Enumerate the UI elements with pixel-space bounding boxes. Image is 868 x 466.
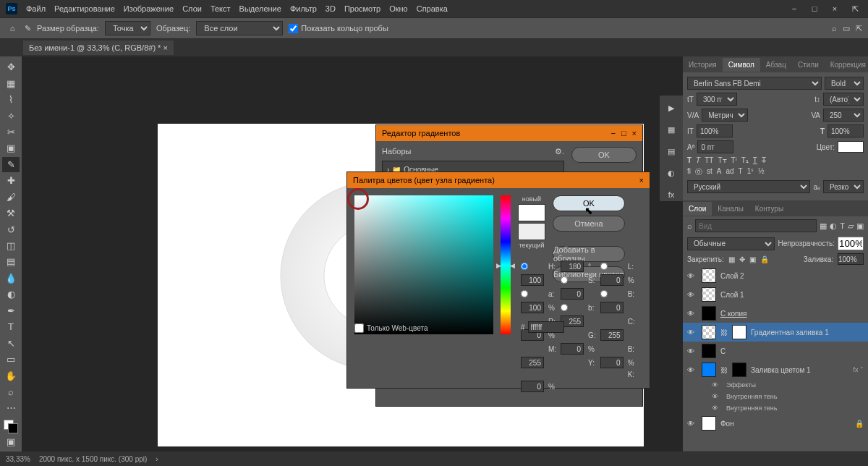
- tab-channels[interactable]: Каналы: [712, 202, 749, 216]
- r-input[interactable]: [561, 315, 584, 327]
- h-input[interactable]: [561, 260, 584, 272]
- visibility-icon[interactable]: 👁: [687, 347, 697, 355]
- menu-select[interactable]: Выделение: [239, 4, 281, 13]
- window-maximize[interactable]: □: [807, 4, 822, 14]
- brush-tool[interactable]: 🖌: [2, 190, 20, 205]
- visibility-icon[interactable]: 👁: [687, 291, 697, 299]
- antialias-dropdown[interactable]: Резкое: [823, 180, 864, 193]
- visibility-icon[interactable]: 👁: [687, 366, 697, 374]
- font-family-dropdown[interactable]: Berlin Sans FB Demi: [687, 77, 822, 90]
- menu-image[interactable]: Изображение: [124, 4, 174, 13]
- lock-artboard-icon[interactable]: ▣: [749, 255, 756, 263]
- layer-row[interactable]: 👁Слой 2: [683, 266, 868, 285]
- lab-b-input[interactable]: [600, 302, 624, 313]
- strike-toggle[interactable]: T: [762, 156, 766, 164]
- hue-slider[interactable]: ▶◀: [501, 195, 511, 334]
- filter-pixel-icon[interactable]: ▦: [820, 221, 827, 231]
- visibility-icon[interactable]: 👁: [687, 420, 697, 428]
- share-icon[interactable]: ⇱: [848, 4, 862, 14]
- menu-window[interactable]: Окно: [389, 4, 408, 13]
- s-radio[interactable]: [561, 276, 568, 284]
- layer-row[interactable]: 👁⛓Градиентная заливка 1: [683, 323, 868, 342]
- bold-toggle[interactable]: T: [687, 156, 692, 164]
- lang-dropdown[interactable]: Русский: [687, 180, 810, 193]
- bb-input[interactable]: [521, 357, 544, 368]
- menu-text[interactable]: Текст: [210, 4, 231, 13]
- visibility-icon[interactable]: 👁: [687, 310, 697, 318]
- smallcaps-toggle[interactable]: Tᴛ: [718, 156, 726, 164]
- hex-input[interactable]: [528, 321, 564, 333]
- color-panel-icon[interactable]: ▦: [665, 123, 678, 136]
- blur-tool[interactable]: 💧: [2, 271, 20, 286]
- status-chevron-icon[interactable]: ›: [156, 455, 158, 463]
- swatch-panel-icon[interactable]: ▤: [665, 145, 678, 158]
- l-radio[interactable]: [600, 263, 608, 270]
- kerning[interactable]: Метрически: [702, 109, 748, 122]
- layer-row[interactable]: 👁С копия: [683, 304, 868, 323]
- show-ring-checkbox[interactable]: Показать кольцо пробы: [289, 24, 388, 33]
- subscript-toggle[interactable]: T₁: [741, 156, 749, 164]
- fill-input[interactable]: [838, 253, 864, 265]
- opacity-input[interactable]: [838, 237, 864, 250]
- color-cancel-button[interactable]: Отмена: [553, 216, 625, 232]
- window-minimize[interactable]: −: [787, 4, 801, 14]
- layer-row[interactable]: 👁Фон🔒: [683, 414, 868, 433]
- fx-header[interactable]: 👁Эффекты: [683, 379, 868, 391]
- sample-size-dropdown[interactable]: Точка: [105, 21, 150, 35]
- l-input[interactable]: [521, 274, 544, 286]
- tab-adjustments[interactable]: Коррекция: [825, 58, 868, 72]
- layer-row[interactable]: 👁⛓Заливка цветом 1fx ˅: [683, 360, 868, 379]
- tab-character[interactable]: Символ: [723, 58, 760, 72]
- marquee-tool[interactable]: ▦: [2, 75, 20, 90]
- styles-panel-icon[interactable]: fx: [665, 188, 678, 201]
- history-brush-tool[interactable]: ↺: [2, 221, 20, 237]
- superscript-toggle[interactable]: Tⁱ: [731, 156, 737, 164]
- filter-type-icon[interactable]: T: [840, 221, 845, 231]
- sample-layers-dropdown[interactable]: Все слои: [196, 21, 283, 35]
- bval-input[interactable]: [521, 302, 544, 313]
- h-radio[interactable]: [521, 263, 528, 270]
- pen-tool[interactable]: ✒: [2, 303, 20, 318]
- type-tool[interactable]: T: [2, 319, 20, 334]
- lock-position-icon[interactable]: ✥: [739, 255, 745, 263]
- eraser-tool[interactable]: ◫: [2, 238, 20, 253]
- tab-history[interactable]: История: [683, 58, 723, 72]
- frame-tool[interactable]: ▣: [2, 140, 20, 156]
- s-input[interactable]: [600, 274, 624, 286]
- menu-3d[interactable]: 3D: [326, 4, 336, 13]
- menu-help[interactable]: Справка: [417, 4, 448, 13]
- layer-row[interactable]: 👁C: [683, 342, 868, 360]
- quick-mask[interactable]: ▣: [2, 434, 20, 449]
- vscale[interactable]: [697, 124, 733, 137]
- allcaps-toggle[interactable]: TT: [705, 156, 713, 164]
- filter-smart-icon[interactable]: ▣: [856, 221, 864, 231]
- color-picker-close[interactable]: ×: [639, 176, 644, 185]
- move-tool[interactable]: ✥: [2, 59, 20, 75]
- workspace-icon[interactable]: ▭: [843, 24, 850, 33]
- shape-tool[interactable]: ▭: [2, 352, 20, 367]
- heal-tool[interactable]: ✚: [2, 173, 20, 188]
- dodge-tool[interactable]: ◐: [2, 287, 20, 302]
- wand-tool[interactable]: ✧: [2, 108, 20, 123]
- g-input[interactable]: [600, 329, 624, 341]
- search-icon[interactable]: ⌕: [832, 24, 837, 33]
- fx-item[interactable]: 👁Внутренняя тень: [683, 402, 868, 414]
- menu-view[interactable]: Просмотр: [344, 4, 380, 13]
- color-field[interactable]: [354, 195, 493, 334]
- edit-toolbar[interactable]: ⋯: [2, 400, 20, 415]
- fx-badge[interactable]: fx ˅: [853, 366, 864, 373]
- b-radio[interactable]: [600, 290, 608, 297]
- lab-b-radio[interactable]: [561, 304, 568, 311]
- stamp-tool[interactable]: ⚒: [2, 206, 20, 221]
- path-tool[interactable]: ↖: [2, 335, 20, 350]
- underline-toggle[interactable]: T: [753, 156, 757, 164]
- add-swatch-button[interactable]: Добавить в образцы: [553, 246, 625, 262]
- a-radio[interactable]: [521, 290, 528, 297]
- document-tab[interactable]: Без имени-1 @ 33,3% (C, RGB/8#) * ×: [23, 41, 174, 55]
- web-only-checkbox[interactable]: Только Web-цвета: [354, 323, 427, 333]
- layer-row[interactable]: 👁Слой 1: [683, 285, 868, 304]
- current-color-swatch[interactable]: [518, 223, 545, 240]
- adjust-panel-icon[interactable]: ◐: [665, 166, 678, 179]
- status-zoom[interactable]: 33,33%: [6, 455, 30, 463]
- baseline[interactable]: [697, 140, 733, 153]
